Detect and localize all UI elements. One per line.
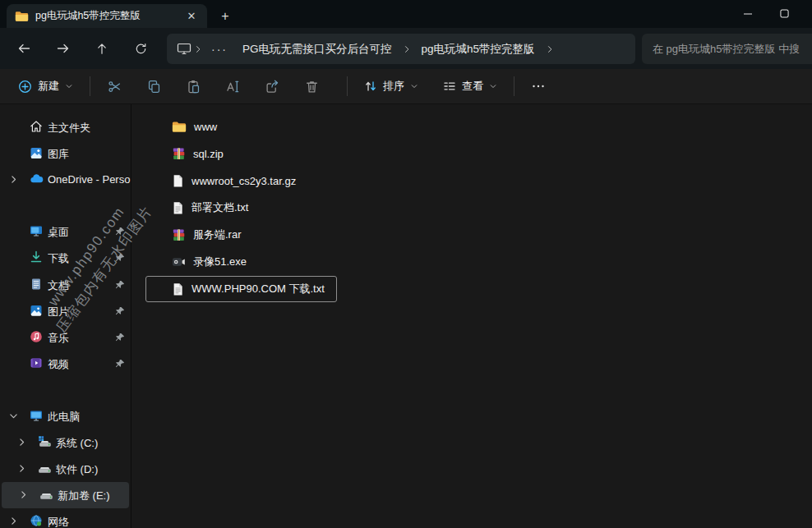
view-button[interactable]: 查看 — [436, 72, 504, 100]
onedrive-cloud-icon — [30, 172, 44, 186]
sidebar-item-onedrive[interactable]: OneDrive - Perso — [0, 167, 129, 193]
copy-button[interactable] — [140, 72, 168, 100]
sidebar-item-drive-c[interactable]: 系统 (C:) — [0, 429, 129, 456]
desktop-icon — [30, 224, 43, 237]
toolbar-divider — [90, 76, 90, 96]
share-icon — [265, 80, 279, 94]
sidebar-item-pictures[interactable]: 图片 — [0, 298, 129, 324]
title-bar: pg电玩城h5带控完整版 ✕ + — [0, 0, 812, 28]
file-row-deploy-doc[interactable]: 部署文档.txt — [145, 195, 261, 221]
forward-button[interactable] — [50, 36, 75, 61]
breadcrumb-chevron-icon[interactable] — [543, 44, 556, 54]
minimize-button[interactable] — [730, 0, 766, 27]
sidebar-item-network[interactable]: 网络 — [0, 508, 129, 528]
file-row-server-rar[interactable]: 服务端.rar — [145, 222, 254, 248]
file-name: sql.zip — [193, 148, 224, 160]
share-button[interactable] — [258, 72, 286, 100]
back-icon — [17, 43, 31, 54]
network-icon — [30, 514, 43, 527]
breadcrumb-chevron-icon — [400, 44, 413, 54]
pin-icon — [115, 306, 125, 316]
document-icon — [30, 278, 43, 291]
file-row-recorder-exe[interactable]: 录像51.exe — [145, 249, 259, 275]
chevron-right-icon[interactable] — [8, 516, 19, 526]
file-row-php90-download[interactable]: WWW.PHP90.COM 下载.txt — [145, 276, 337, 302]
sidebar-item-gallery[interactable]: 图库 — [0, 140, 129, 167]
file-row-sql-zip[interactable]: sql.zip — [145, 140, 236, 167]
chevron-right-icon[interactable] — [8, 174, 19, 185]
search-box[interactable] — [642, 34, 812, 64]
search-input[interactable] — [653, 43, 812, 55]
pin-icon — [115, 333, 125, 342]
download-icon — [30, 250, 43, 264]
gallery-icon — [30, 146, 43, 159]
sort-button-label: 排序 — [383, 79, 404, 94]
new-button-label: 新建 — [38, 79, 59, 94]
back-button[interactable] — [12, 36, 36, 61]
file-name: wwwroot_cs2y3.tar.gz — [191, 175, 296, 187]
rename-icon — [226, 80, 240, 94]
sidebar-item-label: 文档 — [48, 278, 69, 293]
home-icon — [30, 120, 43, 133]
sort-button[interactable]: 排序 — [358, 72, 425, 100]
pin-icon — [115, 253, 125, 263]
file-name: 服务端.rar — [193, 227, 242, 242]
breadcrumb-item-parent[interactable]: PG电玩无需接口买分后台可控 — [234, 42, 400, 57]
text-file-icon — [172, 201, 184, 215]
computer-icon — [30, 409, 43, 422]
forward-icon — [56, 43, 70, 54]
sidebar-item-label: 软件 (D:) — [56, 462, 98, 477]
paste-button[interactable] — [179, 72, 207, 100]
minimize-icon — [743, 9, 753, 19]
sidebar-item-downloads[interactable]: 下载 — [0, 245, 129, 271]
sidebar-item-desktop[interactable]: 桌面 — [0, 218, 129, 245]
view-icon — [443, 80, 456, 93]
breadcrumb-overflow-button[interactable]: ··· — [205, 43, 234, 56]
text-file-icon — [172, 282, 184, 296]
chevron-right-icon[interactable] — [16, 463, 27, 474]
sidebar-item-drive-e[interactable]: 新加卷 (E:) — [2, 482, 129, 508]
chevron-down-icon — [410, 82, 418, 90]
chevron-right-icon[interactable] — [18, 489, 29, 500]
toolbar-divider — [514, 76, 514, 96]
command-toolbar: 新建 — [0, 69, 812, 104]
file-icon — [172, 174, 184, 188]
delete-button[interactable] — [298, 72, 325, 100]
up-icon — [96, 43, 108, 55]
winrar-archive-icon — [172, 147, 186, 161]
system-drive-icon — [38, 435, 52, 448]
file-row-wwwroot-targz[interactable]: wwwroot_cs2y3.tar.gz — [145, 168, 308, 194]
this-pc-icon[interactable] — [177, 43, 191, 55]
sidebar-item-this-pc[interactable]: 此电脑 — [0, 403, 129, 429]
more-options-button[interactable] — [524, 72, 552, 100]
tab-title: pg电玩城h5带控完整版 — [35, 9, 182, 23]
file-row-www[interactable]: www — [145, 113, 229, 140]
rename-button[interactable] — [219, 72, 247, 100]
trash-icon — [305, 80, 319, 94]
cut-button[interactable] — [100, 72, 128, 100]
refresh-button[interactable] — [128, 36, 153, 61]
sidebar-item-drive-d[interactable]: 软件 (D:) — [0, 456, 129, 482]
sidebar-item-label: 系统 (C:) — [56, 436, 98, 451]
address-row: ··· PG电玩无需接口买分后台可控 pg电玩城h5带控完整版 — [0, 28, 812, 69]
chevron-down-icon[interactable] — [8, 411, 19, 421]
sidebar-item-label: 主文件夹 — [48, 121, 90, 135]
sidebar-item-music[interactable]: 音乐 — [0, 324, 129, 351]
sidebar-item-label: 此电脑 — [48, 410, 80, 425]
sidebar-item-videos[interactable]: 视频 — [0, 351, 129, 377]
file-name: www — [194, 121, 217, 133]
maximize-button[interactable] — [766, 0, 802, 27]
tab-close-icon[interactable]: ✕ — [182, 7, 201, 25]
up-button[interactable] — [90, 36, 114, 61]
sidebar-item-home[interactable]: 主文件夹 — [0, 114, 129, 140]
chevron-right-icon[interactable] — [16, 437, 27, 448]
chevron-down-icon — [489, 82, 497, 90]
new-tab-button[interactable]: + — [215, 7, 235, 26]
new-button[interactable]: 新建 — [12, 72, 80, 100]
explorer-tab[interactable]: pg电玩城h5带控完整版 ✕ — [7, 4, 207, 28]
folder-icon — [15, 11, 29, 22]
breadcrumb-item-current[interactable]: pg电玩城h5带控完整版 — [413, 42, 543, 57]
breadcrumb-chevron-icon — [191, 44, 205, 54]
winrar-archive-icon — [172, 228, 186, 242]
sidebar-item-documents[interactable]: 文档 — [0, 272, 129, 298]
